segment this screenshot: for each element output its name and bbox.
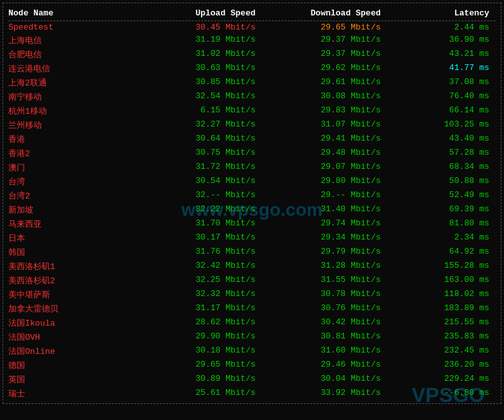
table-row: 香港 30.64 Mbit/s 29.41 Mbit/s 43.40 ms xyxy=(8,132,496,146)
cell-upload-speed: 32.42 Mbit/s xyxy=(137,261,262,272)
cell-node-name: 上海2联通 xyxy=(8,77,137,89)
cell-latency: 215.55 ms xyxy=(387,317,496,329)
cell-download-speed: 29.41 Mbit/s xyxy=(262,134,387,145)
table-row: 上海电信 31.19 Mbit/s 29.37 Mbit/s 36.90 ms xyxy=(8,33,496,48)
cell-node-name: 连云港电信 xyxy=(8,63,137,74)
cell-latency: 36.90 ms xyxy=(387,35,496,46)
cell-node-name: 澳门 xyxy=(8,162,137,173)
cell-upload-speed: 30.17 Mbit/s xyxy=(137,232,262,244)
table-body: Speedtest 30.45 Mbit/s 29.65 Mbit/s 2.44… xyxy=(8,21,496,401)
table-row: 韩国 31.76 Mbit/s 29.79 Mbit/s 64.92 ms xyxy=(8,245,496,259)
cell-upload-speed: 32.-- Mbit/s xyxy=(137,190,262,202)
cell-download-speed: 30.04 Mbit/s xyxy=(262,374,387,385)
table-row: 美中堪萨斯 32.32 Mbit/s 30.78 Mbit/s 118.02 m… xyxy=(8,288,496,302)
cell-latency: 69.39 ms xyxy=(387,204,496,216)
table-row: 连云港电信 30.63 Mbit/s 29.62 Mbit/s 41.77 ms xyxy=(8,62,496,76)
cell-node-name: 法国OVH xyxy=(8,331,137,343)
cell-latency: 236.20 ms xyxy=(387,360,496,371)
cell-latency: 41.77 ms xyxy=(387,63,496,74)
cell-download-speed: 31.60 Mbit/s xyxy=(262,346,387,357)
cell-node-name: 合肥电信 xyxy=(8,49,137,60)
table-row: 台湾2 32.-- Mbit/s 29.-- Mbit/s 52.49 ms xyxy=(8,189,496,203)
cell-download-speed: 29.61 Mbit/s xyxy=(262,77,387,89)
cell-latency: 2.34 ms xyxy=(387,232,496,244)
header-latency: Latency xyxy=(387,8,496,18)
cell-download-speed: 31.40 Mbit/s xyxy=(262,204,387,216)
cell-upload-speed: 30.89 Mbit/s xyxy=(137,374,262,385)
cell-download-speed: 30.76 Mbit/s xyxy=(262,303,387,315)
cell-upload-speed: 32.32 Mbit/s xyxy=(137,289,262,301)
table-row: Speedtest 30.45 Mbit/s 29.65 Mbit/s 2.44… xyxy=(8,21,496,33)
cell-node-name: 杭州1移动 xyxy=(8,105,137,117)
table-row: 上海2联通 30.85 Mbit/s 29.61 Mbit/s 37.08 ms xyxy=(8,76,496,90)
table-row: 合肥电信 31.02 Mbit/s 29.37 Mbit/s 43.21 ms xyxy=(8,48,496,62)
cell-upload-speed: 31.70 Mbit/s xyxy=(137,218,262,230)
cell-node-name: 法国Ikoula xyxy=(8,317,137,329)
cell-upload-speed: 30.63 Mbit/s xyxy=(137,63,262,74)
table-row: 法国Online 30.18 Mbit/s 31.60 Mbit/s 232.4… xyxy=(8,344,496,358)
cell-download-speed: 30.78 Mbit/s xyxy=(262,289,387,301)
table-row: 南宁移动 32.54 Mbit/s 30.08 Mbit/s 76.40 ms xyxy=(8,90,496,104)
cell-node-name: 台湾2 xyxy=(8,190,137,202)
header-upload-speed: Upload Speed xyxy=(137,8,262,18)
table-header: Node Name Upload Speed Download Speed La… xyxy=(8,6,496,21)
cell-download-speed: 29.83 Mbit/s xyxy=(262,105,387,117)
cell-node-name: 瑞士 xyxy=(8,388,137,399)
cell-download-speed: 29.34 Mbit/s xyxy=(262,232,387,244)
cell-latency: 57.28 ms xyxy=(387,148,496,159)
header-download-speed: Download Speed xyxy=(262,8,387,18)
cell-download-speed: 29.37 Mbit/s xyxy=(262,35,387,46)
cell-node-name: 台湾 xyxy=(8,176,137,188)
cell-latency: 43.40 ms xyxy=(387,134,496,145)
cell-download-speed: 29.37 Mbit/s xyxy=(262,49,387,60)
cell-latency: 68.34 ms xyxy=(387,162,496,173)
cell-node-name: 德国 xyxy=(8,360,137,371)
cell-upload-speed: 32.27 Mbit/s xyxy=(137,119,262,131)
cell-latency: 52.49 ms xyxy=(387,190,496,202)
cell-node-name: 新加坡 xyxy=(8,204,137,216)
cell-download-speed: 30.08 Mbit/s xyxy=(262,91,387,103)
cell-upload-speed: 30.75 Mbit/s xyxy=(137,148,262,159)
cell-download-speed: 31.07 Mbit/s xyxy=(262,119,387,131)
cell-node-name: 香港2 xyxy=(8,148,137,159)
main-container: Node Name Upload Speed Download Speed La… xyxy=(3,3,501,404)
cell-latency: 232.45 ms xyxy=(387,346,496,357)
cell-latency: 50.88 ms xyxy=(387,176,496,188)
cell-latency: 37.08 ms xyxy=(387,77,496,89)
cell-node-name: 加拿大雷德贝 xyxy=(8,303,137,315)
cell-download-speed: 29.48 Mbit/s xyxy=(262,148,387,159)
table-row: 兰州移动 32.27 Mbit/s 31.07 Mbit/s 103.25 ms xyxy=(8,118,496,132)
table-row: 台湾 30.54 Mbit/s 29.80 Mbit/s 50.88 ms xyxy=(8,175,496,189)
table-row: 杭州1移动 6.15 Mbit/s 29.83 Mbit/s 66.14 ms xyxy=(8,104,496,118)
cell-upload-speed: 30.18 Mbit/s xyxy=(137,346,262,357)
cell-upload-speed: 30.45 Mbit/s xyxy=(137,22,262,32)
cell-download-speed: 29.-- Mbit/s xyxy=(262,190,387,202)
table-row: 澳门 31.72 Mbit/s 29.07 Mbit/s 68.34 ms xyxy=(8,161,496,175)
cell-node-name: 美西洛杉矶2 xyxy=(8,275,137,286)
cell-download-speed: 30.42 Mbit/s xyxy=(262,317,387,329)
cell-node-name: 美西洛杉矶1 xyxy=(8,261,137,272)
cell-node-name: 兰州移动 xyxy=(8,119,137,131)
cell-node-name: 日本 xyxy=(8,232,137,244)
cell-latency: 235.83 ms xyxy=(387,331,496,343)
cell-download-speed: 29.65 Mbit/s xyxy=(262,22,387,32)
table-row: 马来西亚 31.70 Mbit/s 29.74 Mbit/s 81.80 ms xyxy=(8,217,496,231)
cell-latency: 103.25 ms xyxy=(387,119,496,131)
table-row: 新加坡 32.22 Mbit/s 31.40 Mbit/s 69.39 ms xyxy=(8,203,496,217)
cell-node-name: 上海电信 xyxy=(8,35,137,46)
cell-download-speed: 29.79 Mbit/s xyxy=(262,247,387,258)
cell-upload-speed: 29.90 Mbit/s xyxy=(137,331,262,343)
cell-upload-speed: 30.64 Mbit/s xyxy=(137,134,262,145)
cell-upload-speed: 31.02 Mbit/s xyxy=(137,49,262,60)
cell-upload-speed: 29.65 Mbit/s xyxy=(137,360,262,371)
cell-upload-speed: 30.54 Mbit/s xyxy=(137,176,262,188)
cell-upload-speed: 31.17 Mbit/s xyxy=(137,303,262,315)
cell-latency: --6.80 ms xyxy=(387,388,496,399)
table-row: 美西洛杉矶2 32.25 Mbit/s 31.55 Mbit/s 163.00 … xyxy=(8,274,496,288)
cell-latency: 163.00 ms xyxy=(387,275,496,286)
cell-download-speed: 29.46 Mbit/s xyxy=(262,360,387,371)
header-node-name: Node Name xyxy=(8,8,137,18)
cell-upload-speed: 25.61 Mbit/s xyxy=(137,388,262,399)
table-row: 德国 29.65 Mbit/s 29.46 Mbit/s 236.20 ms xyxy=(8,358,496,372)
cell-node-name: 美中堪萨斯 xyxy=(8,289,137,301)
